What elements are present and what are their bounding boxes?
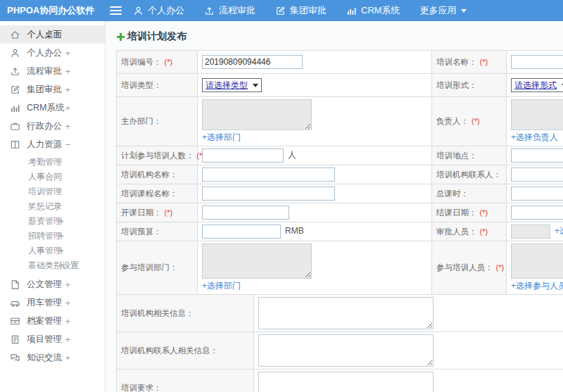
- org-contact-input[interactable]: [511, 167, 563, 182]
- course-name-input[interactable]: [202, 186, 335, 201]
- sidebar-item-11[interactable]: 知识交流+: [0, 348, 105, 367]
- expand-toggle[interactable]: +: [59, 262, 64, 270]
- training-type-select[interactable]: 请选择类型: [202, 78, 262, 92]
- sidebar-item-label: 个人办公: [27, 47, 62, 59]
- course-name-label: 培训课程名称：: [117, 184, 198, 203]
- start-date-input[interactable]: [202, 206, 289, 220]
- expand-toggle[interactable]: +: [65, 103, 70, 113]
- form-row-5: 培训课程名称：总课时：: [117, 184, 563, 203]
- sidebar-subitem-6[interactable]: 人事管理+: [0, 244, 105, 258]
- sidebar-item-3[interactable]: 集团审批+: [0, 80, 105, 99]
- requirements-textarea[interactable]: [258, 372, 434, 392]
- sidebar-subitem-2[interactable]: 培训管理: [0, 184, 105, 199]
- topnav-item-3[interactable]: CRM系统: [346, 4, 400, 17]
- training-type-label: 培训类型：: [117, 74, 198, 97]
- sidebar-subitem-1[interactable]: 人事合同: [0, 170, 105, 184]
- sidebar-subitem-0[interactable]: 考勤管理: [0, 155, 105, 170]
- sidebar-subitem-7[interactable]: 基础类别设置+: [0, 258, 105, 273]
- participating-depts-label: 参与培训部门：: [117, 241, 198, 295]
- total-hours-input[interactable]: [511, 186, 563, 201]
- sidebar-item-9[interactable]: 档案管理+: [0, 312, 105, 330]
- end-date-cell: [507, 203, 563, 222]
- host-dept-textarea[interactable]: [202, 99, 312, 130]
- leader-textarea[interactable]: [511, 99, 563, 130]
- topnav-label: 流程审批: [219, 4, 255, 17]
- planned-count-input[interactable]: [202, 148, 284, 163]
- expand-toggle[interactable]: +: [65, 85, 70, 94]
- expand-toggle[interactable]: +: [59, 232, 64, 241]
- form-row-8: 参与培训部门：+选择部门参与培训人员：(*)+选择参与人员: [117, 241, 563, 295]
- form-fullrow-0: 培训机构相关信息：: [117, 295, 563, 332]
- host-dept-wrap: +选择部门: [202, 99, 427, 144]
- menu-toggle-icon[interactable]: [110, 6, 122, 15]
- expand-toggle[interactable]: +: [59, 217, 64, 226]
- expand-toggle[interactable]: +: [65, 67, 70, 76]
- expand-toggle[interactable]: +: [65, 353, 70, 362]
- budget-input[interactable]: [202, 225, 281, 239]
- expand-toggle[interactable]: +: [65, 280, 70, 289]
- start-date-label: 开课日期：(*): [117, 203, 198, 222]
- user-icon: [133, 6, 144, 16]
- training-no-input[interactable]: [202, 55, 303, 69]
- expand-toggle[interactable]: +: [65, 335, 70, 344]
- field-label-text: 培训预算：: [121, 227, 162, 236]
- training-name-input[interactable]: [511, 55, 563, 69]
- end-date-input[interactable]: [511, 206, 563, 220]
- participating-depts-textarea[interactable]: [202, 244, 312, 279]
- location-input[interactable]: [511, 148, 563, 163]
- org-contact-cell: [507, 165, 563, 184]
- sidebar-subitem-5[interactable]: 招聘管理+: [0, 229, 105, 244]
- expand-toggle[interactable]: +: [59, 247, 64, 255]
- sidebar-subitem-3[interactable]: 奖惩记录: [0, 199, 105, 214]
- topnav-item-1[interactable]: 流程审批: [204, 4, 255, 17]
- flow-icon: [204, 6, 215, 16]
- participating-depts-link[interactable]: +选择部门: [202, 280, 241, 292]
- field-label-text: 开课日期：: [121, 208, 162, 217]
- sidebar-item-label: 流程审批: [27, 65, 62, 77]
- expand-toggle[interactable]: +: [65, 49, 70, 58]
- expand-toggle[interactable]: +: [65, 317, 70, 326]
- field-label-text: 培训类型：: [121, 81, 162, 89]
- field-label-text: 培训地点：: [436, 151, 477, 160]
- sidebar-item-1[interactable]: 个人办公+: [0, 44, 105, 62]
- approver-input[interactable]: [511, 225, 550, 239]
- org-info-textarea[interactable]: [258, 297, 434, 329]
- sidebar-item-5[interactable]: 行政办公+: [0, 117, 105, 135]
- field-label-text: 培训编号：: [121, 58, 162, 66]
- leader-link[interactable]: +选择负责人: [511, 132, 558, 144]
- topnav-item-2[interactable]: 集团审批: [275, 4, 327, 17]
- expand-toggle[interactable]: +: [65, 298, 70, 308]
- participants-textarea[interactable]: [511, 244, 563, 279]
- sidebar-item-6[interactable]: 人力资源−: [0, 135, 105, 153]
- topnav-item-4[interactable]: 更多应用: [420, 4, 467, 17]
- caret-down-icon: [253, 84, 258, 90]
- archive-icon: [10, 316, 20, 327]
- training-type-select-value: 请选择类型: [205, 80, 248, 91]
- org-name-input[interactable]: [202, 167, 335, 182]
- org-contact-info-textarea[interactable]: [258, 334, 434, 367]
- sidebar-item-0[interactable]: 个人桌面: [0, 25, 105, 44]
- org-name-cell: [198, 165, 432, 184]
- topnav-item-0[interactable]: 个人办公: [133, 4, 184, 17]
- sidebar-subitem-4[interactable]: 薪资管理+: [0, 214, 105, 229]
- expand-toggle[interactable]: +: [65, 122, 70, 131]
- training-form-cell: 请选择形式: [507, 74, 563, 97]
- sidebar-item-10[interactable]: 项目管理+: [0, 330, 105, 348]
- form-row-3: 计划参与培训人数：(*)人培训地点：: [117, 146, 563, 165]
- budget-label: 培训预算：: [117, 222, 198, 241]
- required-marker: (*): [480, 208, 488, 217]
- sidebar-item-7[interactable]: 公文管理+: [0, 275, 105, 293]
- field-label-text: 培训机构联系人相关信息：: [121, 346, 218, 355]
- sidebar-item-8[interactable]: 用车管理+: [0, 293, 105, 312]
- sidebar-item-2[interactable]: 流程审批+: [0, 62, 105, 80]
- topnav-label: 更多应用: [420, 4, 457, 17]
- sidebar-item-4[interactable]: CRM系统+: [0, 99, 105, 117]
- field-label-text: 培训名称：: [436, 58, 477, 66]
- participants-link[interactable]: +选择参与人员: [511, 280, 563, 292]
- org-contact-info-label: 培训机构联系人相关信息：: [117, 332, 254, 369]
- host-dept-link[interactable]: +选择部门: [202, 132, 241, 144]
- approver-link[interactable]: +选择审批人员: [555, 226, 563, 236]
- sidebar-subitem-label: 招聘管理: [28, 230, 62, 242]
- training-form-select[interactable]: 请选择形式: [511, 78, 563, 92]
- expand-toggle[interactable]: −: [65, 140, 70, 149]
